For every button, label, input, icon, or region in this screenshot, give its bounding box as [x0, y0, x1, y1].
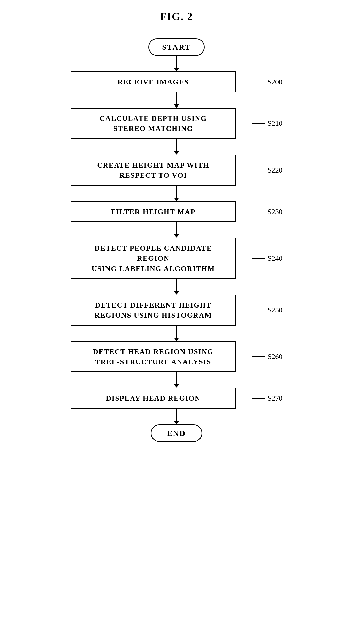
step-row-s240: DETECT PEOPLE CANDIDATE REGIONUSING LABE…: [71, 238, 282, 279]
process-s220: CREATE HEIGHT MAP WITHRESPECT TO VOI: [71, 155, 236, 186]
label-line-s260: [252, 356, 265, 357]
label-line-s250: [252, 310, 265, 310]
arrow-3: [174, 186, 179, 201]
step-row-s200: RECEIVE IMAGES S200: [71, 71, 282, 92]
arrow-6: [174, 326, 179, 341]
process-s240: DETECT PEOPLE CANDIDATE REGIONUSING LABE…: [71, 238, 236, 279]
page-container: FIG. 2 START RECEIVE IMAGES S200: [60, 10, 293, 442]
step-row-s260: DETECT HEAD REGION USINGTREE-STRUCTURE A…: [71, 341, 282, 372]
label-line-s200: [252, 82, 265, 82]
process-s250: DETECT DIFFERENT HEIGHTREGIONS USING HIS…: [71, 295, 236, 326]
step-label-s220: S220: [252, 166, 282, 174]
start-terminal: START: [148, 38, 205, 56]
step-label-s240: S240: [252, 254, 282, 263]
flowchart: START RECEIVE IMAGES S200 CALCULATE DEPT…: [60, 38, 293, 442]
step-row-s250: DETECT DIFFERENT HEIGHTREGIONS USING HIS…: [71, 295, 282, 326]
step-label-s250: S250: [252, 306, 282, 314]
step-label-s230: S230: [252, 208, 282, 216]
figure-title: FIG. 2: [160, 10, 193, 23]
arrow-5: [174, 279, 179, 295]
arrow-4: [174, 222, 179, 238]
label-line-s220: [252, 170, 265, 170]
label-line-s230: [252, 212, 265, 212]
step-row-s230: FILTER HEIGHT MAP S230: [71, 201, 282, 222]
arrow-1: [174, 92, 179, 108]
arrow-8: [174, 409, 179, 424]
end-terminal: END: [151, 424, 202, 442]
label-line-s270: [252, 398, 265, 399]
process-s270: DISPLAY HEAD REGION: [71, 388, 236, 409]
label-line-s210: [252, 123, 265, 124]
process-s230: FILTER HEIGHT MAP: [71, 201, 236, 222]
step-label-s200: S200: [252, 78, 282, 86]
label-line-s240: [252, 258, 265, 259]
step-row-s220: CREATE HEIGHT MAP WITHRESPECT TO VOI S22…: [71, 155, 282, 186]
process-s210: CALCULATE DEPTH USINGSTEREO MATCHING: [71, 108, 236, 139]
step-row-s210: CALCULATE DEPTH USINGSTEREO MATCHING S21…: [71, 108, 282, 139]
step-label-s210: S210: [252, 119, 282, 128]
arrow-7: [174, 372, 179, 388]
arrow-0: [174, 56, 179, 71]
step-label-s270: S270: [252, 394, 282, 402]
arrow-2: [174, 139, 179, 155]
process-s200: RECEIVE IMAGES: [71, 71, 236, 92]
process-s260: DETECT HEAD REGION USINGTREE-STRUCTURE A…: [71, 341, 236, 372]
step-row-s270: DISPLAY HEAD REGION S270: [71, 388, 282, 409]
step-label-s260: S260: [252, 353, 282, 361]
